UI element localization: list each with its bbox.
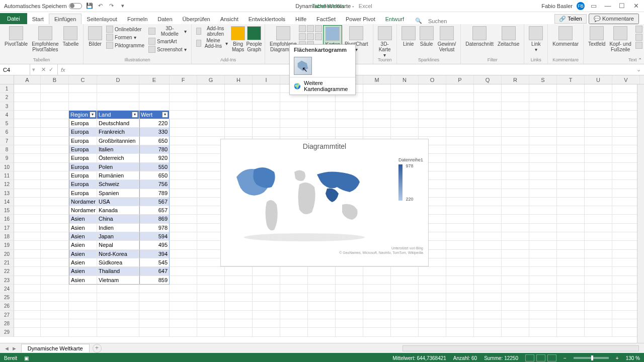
- tab-powerpivot[interactable]: Power Pivot: [341, 14, 380, 24]
- cell[interactable]: [391, 84, 419, 93]
- cell[interactable]: [529, 145, 557, 154]
- tab-seitenlayout[interactable]: Seitenlayout: [82, 14, 122, 24]
- cell[interactable]: 495: [139, 241, 170, 249]
- cell[interactable]: [474, 293, 502, 302]
- map-chart[interactable]: Diagrammtitel Datenreihe1 978 220: [220, 139, 429, 266]
- cell[interactable]: [14, 145, 41, 154]
- cell[interactable]: Indien: [97, 224, 139, 232]
- cell[interactable]: [391, 302, 419, 310]
- cell[interactable]: [446, 137, 474, 145]
- cell[interactable]: [97, 311, 139, 319]
- cell[interactable]: Asien: [69, 267, 97, 276]
- cell[interactable]: [502, 189, 529, 198]
- cell[interactable]: [585, 250, 612, 258]
- cell[interactable]: [612, 285, 640, 293]
- cell[interactable]: [391, 267, 419, 276]
- cell[interactable]: [446, 285, 474, 293]
- cell[interactable]: [14, 189, 41, 198]
- cell[interactable]: [139, 285, 170, 293]
- smartart-button[interactable]: SmartArt: [147, 37, 188, 45]
- cell[interactable]: [585, 285, 612, 293]
- cell[interactable]: [419, 302, 446, 310]
- cell[interactable]: [502, 328, 529, 336]
- search-input[interactable]: [428, 18, 468, 24]
- cell[interactable]: [280, 119, 308, 128]
- cell[interactable]: [557, 224, 585, 232]
- row-header[interactable]: 15: [0, 206, 14, 215]
- search-icon[interactable]: 🔍: [409, 18, 428, 24]
- cell[interactable]: [529, 189, 557, 198]
- cell[interactable]: [14, 198, 41, 206]
- cell[interactable]: [170, 128, 197, 136]
- cell[interactable]: [585, 224, 612, 232]
- cell[interactable]: [612, 154, 640, 162]
- column-header[interactable]: O: [419, 75, 446, 84]
- cell[interactable]: [308, 311, 336, 319]
- cell[interactable]: [170, 154, 197, 162]
- cell[interactable]: [529, 154, 557, 162]
- cell[interactable]: [612, 206, 640, 215]
- column-header[interactable]: H: [225, 75, 253, 84]
- cell[interactable]: [502, 267, 529, 276]
- zoom-level[interactable]: 130 %: [626, 355, 640, 361]
- redo-icon[interactable]: ↷: [108, 3, 115, 10]
- cell[interactable]: [502, 293, 529, 302]
- cell[interactable]: Europa: [69, 119, 97, 128]
- cell[interactable]: [446, 258, 474, 267]
- cell[interactable]: [14, 215, 41, 223]
- cell[interactable]: [474, 180, 502, 189]
- cell[interactable]: [139, 302, 170, 310]
- cell[interactable]: [502, 224, 529, 232]
- cell[interactable]: Großbritannien: [97, 137, 139, 145]
- cell[interactable]: [69, 293, 97, 302]
- cell[interactable]: [529, 276, 557, 285]
- cell[interactable]: [557, 154, 585, 162]
- cell[interactable]: [41, 189, 69, 198]
- cell[interactable]: [253, 311, 280, 319]
- cell[interactable]: [363, 285, 391, 293]
- cell[interactable]: [69, 84, 97, 93]
- cell[interactable]: [225, 84, 253, 93]
- cell[interactable]: [170, 180, 197, 189]
- chart-type-icon[interactable]: [307, 25, 314, 32]
- row-header[interactable]: 29: [0, 328, 14, 336]
- cell[interactable]: [308, 319, 336, 328]
- onlinebilder-button[interactable]: Onlinebilder: [105, 25, 146, 33]
- cell[interactable]: [97, 285, 139, 293]
- cell[interactable]: 780: [139, 145, 170, 154]
- column-header[interactable]: V: [612, 75, 640, 84]
- cell[interactable]: [336, 311, 363, 319]
- cell[interactable]: [69, 302, 97, 310]
- cell[interactable]: [197, 328, 225, 336]
- cell[interactable]: [446, 128, 474, 136]
- cell[interactable]: [557, 232, 585, 241]
- cell[interactable]: [14, 119, 41, 128]
- cell[interactable]: [612, 128, 640, 136]
- cell[interactable]: [14, 111, 41, 119]
- cell[interactable]: [585, 171, 612, 180]
- cell[interactable]: [197, 311, 225, 319]
- cell[interactable]: [336, 276, 363, 285]
- cell[interactable]: [446, 311, 474, 319]
- cell[interactable]: [585, 241, 612, 249]
- cell[interactable]: Thailand: [97, 267, 139, 276]
- row-header[interactable]: 27: [0, 311, 14, 319]
- cell[interactable]: [557, 206, 585, 215]
- add-sheet-button[interactable]: +: [93, 344, 102, 353]
- tab-formeln[interactable]: Formeln: [122, 14, 152, 24]
- cell[interactable]: [446, 241, 474, 249]
- cell[interactable]: [585, 302, 612, 310]
- cell[interactable]: [336, 285, 363, 293]
- cell[interactable]: [474, 171, 502, 180]
- tab-start[interactable]: Start: [27, 14, 49, 24]
- cell[interactable]: [529, 163, 557, 171]
- cell[interactable]: [529, 302, 557, 310]
- cell[interactable]: Europa: [69, 145, 97, 154]
- chart-type-icon[interactable]: [315, 33, 322, 40]
- cell[interactable]: [225, 328, 253, 336]
- cell[interactable]: [502, 171, 529, 180]
- cell[interactable]: [170, 302, 197, 310]
- filter-dropdown-icon[interactable]: ▾: [132, 112, 138, 118]
- cell[interactable]: [225, 93, 253, 102]
- cell[interactable]: [557, 102, 585, 111]
